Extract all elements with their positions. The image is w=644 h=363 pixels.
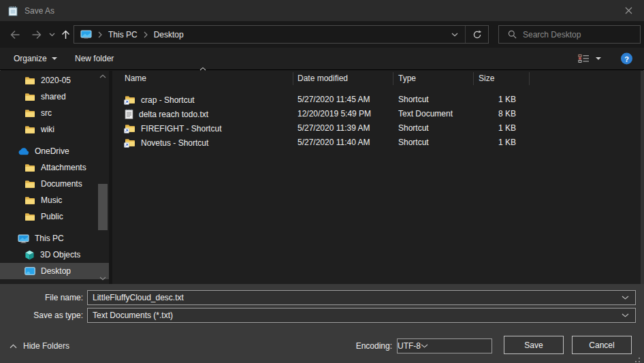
file-name-combobox[interactable] [87,290,636,305]
column-divider[interactable] [473,72,474,85]
folder-shortcut-icon [125,95,135,104]
chevron-down-icon[interactable] [421,344,428,348]
sidebar-item-onedrive[interactable]: OneDrive [0,143,109,159]
file-date-cell: 5/27/2020 11:40 AM [297,136,370,150]
sidebar-item-label: OneDrive [35,146,69,156]
folder-icon [25,163,35,172]
column-header-date-modified[interactable]: Date modified [297,71,348,86]
file-name-text: Novetus - Shortcut [141,138,208,148]
sidebar-scrollbar[interactable] [97,71,108,284]
sidebar-item-music[interactable]: Music [0,192,109,208]
sidebar-item-label: Public [41,212,63,221]
sort-ascending-icon [199,67,206,71]
file-date-cell: 5/27/2020 11:45 AM [297,93,370,107]
this-pc-icon [18,234,29,243]
folder-icon [25,76,35,85]
breadcrumb-item[interactable]: Desktop [154,30,184,40]
column-header-name[interactable]: Name [125,71,146,86]
scroll-up-icon[interactable] [99,74,106,78]
sidebar-item-public[interactable]: Public [0,208,109,225]
back-button[interactable] [10,30,20,40]
encoding-label: Encoding: [0,338,392,353]
file-row[interactable]: delta reach todo.txt12/20/2019 5:49 PMTe… [112,107,641,121]
file-row[interactable]: FIREFIGHT - Shortcut5/27/2020 11:39 AMSh… [112,121,641,136]
sidebar-item-this-pc[interactable]: This PC [0,230,109,247]
column-divider[interactable] [393,72,393,85]
breadcrumb-chevron-icon [144,31,148,38]
sidebar-item-label: 2020-05 [41,76,71,85]
search-box[interactable] [498,25,641,44]
window-title: Save As [25,6,54,16]
organize-label: Organize [14,54,47,63]
column-header-size[interactable]: Size [479,71,494,86]
sidebar-item-2020-05[interactable]: 2020-05 [0,72,109,89]
close-button[interactable] [613,0,644,21]
save-as-dialog: { "window": { "title": "Save As" }, "nav… [0,0,644,363]
column-divider[interactable] [293,72,293,85]
sidebar-item-label: This PC [35,234,64,243]
help-button[interactable]: ? [621,53,632,65]
organize-button[interactable]: Organize [14,54,57,63]
sidebar-item-desktop[interactable]: Desktop [0,263,109,279]
file-name-input[interactable] [93,293,635,302]
sidebar-group: 2020-05sharedsrcwiki [0,72,109,138]
column-header-type[interactable]: Type [398,71,416,86]
folder-icon [25,212,35,221]
file-type-cell: Shortcut [398,136,429,150]
search-input[interactable] [523,30,637,40]
sidebar-item-label: Attachments [41,163,86,172]
folder-icon [25,93,35,101]
sidebar-item-src[interactable]: src [0,105,109,121]
save-as-type-label: Save as type: [0,308,83,323]
title-bar: Save As [0,0,644,21]
folder-icon [25,180,35,189]
refresh-button[interactable] [466,30,488,40]
navigation-bar: This PCDesktop [0,21,644,48]
sidebar-group: OneDriveAttachmentsDocumentsMusicPublic [0,143,109,225]
file-row[interactable]: Novetus - Shortcut5/27/2020 11:40 AMShor… [112,136,641,150]
folder-tree-sidebar: 2020-05sharedsrcwikiOneDriveAttachmentsD… [0,71,109,284]
file-list-area: Name Date modified Type Size crap - Shor… [112,71,644,284]
chevron-down-icon[interactable] [622,313,629,317]
recent-locations-chevron[interactable] [49,33,55,37]
sidebar-item-shared[interactable]: shared [0,89,109,105]
file-date-cell: 12/20/2019 5:49 PM [297,107,371,121]
save-button-label: Save [524,341,543,350]
save-as-type-dropdown[interactable]: Text Documents (*.txt) [87,308,636,323]
forward-button[interactable] [31,30,42,40]
save-as-type-value: Text Documents (*.txt) [93,311,173,320]
sidebar-item-wiki[interactable]: wiki [0,121,109,138]
sidebar-item-partial[interactable] [0,279,109,284]
save-button[interactable]: Save [504,336,564,354]
sidebar-item-attachments[interactable]: Attachments [0,159,109,176]
encoding-dropdown[interactable]: UTF-8 [397,338,492,353]
sidebar-group: This PC3D ObjectsDesktop [0,230,109,284]
close-icon [625,7,632,14]
address-dropdown-chevron[interactable] [445,33,465,37]
scroll-down-icon[interactable] [99,277,106,281]
file-type-cell: Shortcut [398,121,429,136]
view-options-chevron[interactable] [596,57,601,60]
resize-grip-icon[interactable] [639,358,640,359]
column-divider[interactable] [529,72,530,85]
file-name-cell: Novetus - Shortcut [125,136,208,150]
address-bar[interactable]: This PCDesktop [74,25,489,44]
file-date-cell: 5/27/2020 11:39 AM [297,121,370,136]
sidebar-item-documents[interactable]: Documents [0,176,109,192]
sidebar-item-3d-objects[interactable]: 3D Objects [0,247,109,263]
file-type-cell: Shortcut [398,93,429,107]
scrollbar-thumb[interactable] [98,184,108,230]
chevron-down-icon[interactable] [622,296,629,300]
folder-shortcut-icon [125,124,135,133]
cancel-button[interactable]: Cancel [572,336,632,354]
new-folder-button[interactable]: New folder [75,54,114,63]
search-icon [508,30,517,39]
file-row[interactable]: crap - Shortcut5/27/2020 11:45 AMShortcu… [112,93,641,107]
up-button[interactable] [61,30,71,40]
details-view-button[interactable] [578,54,590,63]
sidebar-item-label: Documents [41,179,82,189]
breadcrumb-item[interactable]: This PC [108,30,138,40]
encoding-value: UTF-8 [398,341,421,351]
folder-icon [25,196,35,205]
sidebar-item-label: shared [41,92,66,101]
